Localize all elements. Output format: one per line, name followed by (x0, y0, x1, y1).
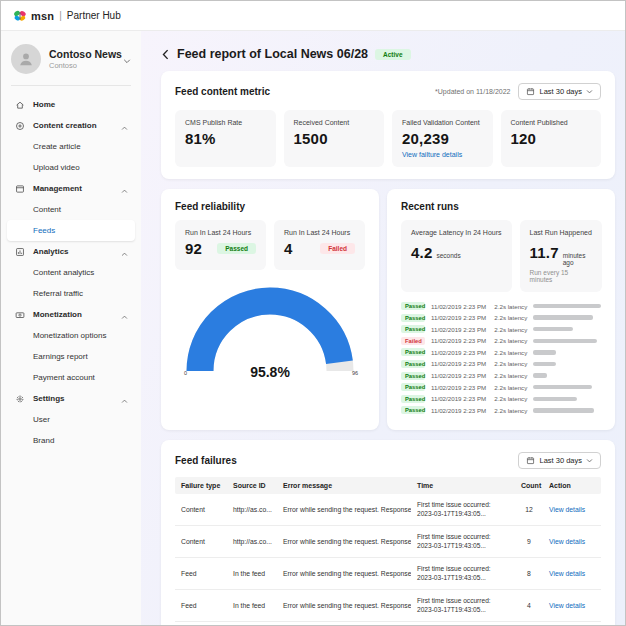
count-cell: 9 (515, 531, 543, 552)
reliability-tile-label: Run In Last 24 Hours (284, 229, 355, 236)
time-cell: First time issue occurred:2023-03-17T19:… (411, 526, 515, 557)
run-latency: 2.2s latency (494, 349, 527, 356)
error-message-cell: Error while sending the request. Respons… (277, 531, 411, 552)
view-details-link[interactable]: View details (543, 531, 601, 552)
run-timestamp: 11/02/2019 2:23 PM (431, 349, 486, 356)
view-details-link[interactable]: View details (543, 595, 601, 616)
metric-tile: CMS Publish Rate81% (175, 110, 276, 167)
back-button[interactable] (161, 49, 170, 60)
management-icon (14, 183, 25, 194)
sidebar-item-upload-video[interactable]: Upload video (7, 157, 135, 178)
account-name: Contoso News (49, 48, 115, 60)
feed-failures-title: Feed failures (175, 455, 237, 466)
count-cell: 8 (515, 563, 543, 584)
run-latency: 2.2s latency (494, 326, 527, 333)
run-status-badge: Failed (320, 243, 355, 254)
run-timestamp: 11/02/2019 2:23 PM (431, 384, 486, 391)
error-message-cell: Error while sending the request. Respons… (277, 499, 411, 520)
sidebar-item-label: Management (33, 184, 121, 193)
settings-icon (14, 393, 25, 404)
analytics-icon (14, 246, 25, 257)
top-bar: msn | Partner Hub (1, 1, 625, 31)
msn-butterfly-icon (13, 10, 27, 22)
column-header: Time (411, 477, 515, 494)
chevron-down-icon (123, 50, 131, 68)
view-failure-details-link[interactable]: View failture details (402, 151, 483, 158)
run-latency-bar (533, 373, 547, 378)
view-details-link[interactable]: View details (543, 499, 601, 520)
sidebar-item-management[interactable]: Management (7, 178, 135, 199)
run-latency-bar (533, 315, 593, 320)
sidebar-item-settings[interactable]: Settings (7, 388, 135, 409)
run-list-item: Passed11/02/2019 2:23 PM2.2s latency (401, 302, 601, 310)
recent-runs-tile: Last Run Happened11.7minutes agoRun ever… (520, 220, 602, 292)
home-icon (14, 99, 25, 110)
run-list-item: Passed11/02/2019 2:23 PM2.2s latency (401, 325, 601, 333)
run-list-item: Passed11/02/2019 2:23 PM2.2s latency (401, 314, 601, 322)
sidebar-item-payment-account[interactable]: Payment account (7, 367, 135, 388)
sidebar-item-analytics[interactable]: Analytics (7, 241, 135, 262)
sidebar-item-label: Earnings report (33, 352, 128, 361)
failures-date-range-dropdown[interactable]: Last 30 days (518, 452, 601, 469)
run-status-badge: Passed (401, 314, 425, 322)
reliability-gauge: 0 96 95.8% (185, 286, 355, 382)
time-cell: First time issue occurred:2023-03-17T19:… (411, 590, 515, 621)
failure-type-cell: Feed (175, 595, 227, 616)
chevron-down-icon (586, 89, 593, 94)
sidebar-item-create-article[interactable]: Create article (7, 136, 135, 157)
sidebar-item-label: Monetization options (33, 331, 128, 340)
sidebar-item-user[interactable]: User (7, 409, 135, 430)
chevron-up-icon (121, 390, 128, 408)
sidebar-item-referral-traffic[interactable]: Referral traffic (7, 283, 135, 304)
view-details-link[interactable]: View details (543, 563, 601, 584)
run-latency: 2.2s latency (494, 303, 527, 310)
chevron-up-icon (121, 306, 128, 324)
feed-reliability-title: Feed reliability (175, 201, 245, 212)
sidebar-item-monetization[interactable]: Monetization (7, 304, 135, 325)
main-content: Feed report of Local News 06/28 Active F… (141, 31, 625, 625)
sidebar-item-label: Referral traffic (33, 289, 128, 298)
account-switcher[interactable]: Contoso News Contoso (1, 31, 141, 85)
run-latency-bar-track (533, 385, 601, 390)
run-list-item: Passed11/02/2019 2:23 PM2.2s latency (401, 348, 601, 356)
sidebar-item-label: Content creation (33, 121, 121, 130)
run-latency-bar-track (533, 350, 601, 355)
run-list-item: Passed11/02/2019 2:23 PM2.2s latency (401, 360, 601, 368)
metric-tile-value: 1500 (294, 130, 375, 147)
sidebar-item-earnings-report[interactable]: Earnings report (7, 346, 135, 367)
feed-failures-table: Failure typeSource IDError messageTimeCo… (175, 477, 601, 625)
run-timestamp: 11/02/2019 2:23 PM (431, 395, 486, 402)
sidebar-item-home[interactable]: Home (7, 94, 135, 115)
run-latency-bar-track (533, 315, 601, 320)
recent-runs-tile-label: Average Latency In 24 Hours (411, 229, 502, 236)
sidebar-item-content-creation[interactable]: Content creation (7, 115, 135, 136)
chevron-down-icon (586, 458, 593, 463)
run-list-item: Passed11/02/2019 2:23 PM2.2s latency (401, 406, 601, 414)
metric-tile-label: Failed Validation Content (402, 119, 483, 126)
sidebar-item-label: User (33, 415, 128, 424)
sidebar-item-content[interactable]: Content (7, 199, 135, 220)
run-latency: 2.2s latency (494, 337, 527, 344)
time-cell: First time issue occurred:2023-03-17T19:… (411, 622, 515, 625)
feed-content-metric-card: Feed content metric *Updated on 11/18/20… (161, 71, 615, 179)
column-header: Source ID (227, 477, 277, 494)
page-header: Feed report of Local News 06/28 Active (161, 47, 615, 61)
recent-runs-title: Recent runs (401, 201, 459, 212)
calendar-icon (526, 456, 535, 465)
date-range-dropdown[interactable]: Last 30 days (518, 83, 601, 100)
sidebar-item-feeds[interactable]: Feeds (7, 220, 135, 241)
run-latency-bar (533, 362, 555, 367)
sidebar-item-content-analytics[interactable]: Content analytics (7, 262, 135, 283)
run-status-badge: Passed (401, 406, 425, 414)
column-header: Error message (277, 477, 411, 494)
table-row: FeedIn the feedError while sending the r… (175, 558, 601, 590)
run-latency-bar-track (533, 397, 601, 402)
sidebar-item-brand[interactable]: Brand (7, 430, 135, 451)
sidebar-item-monetization-options[interactable]: Monetization options (7, 325, 135, 346)
run-list-item: Passed11/02/2019 2:23 PM2.2s latency (401, 372, 601, 380)
monetization-icon (14, 309, 25, 320)
content-creation-icon (14, 120, 25, 131)
table-header-row: Failure typeSource IDError messageTimeCo… (175, 477, 601, 494)
sidebar-divider (11, 85, 131, 86)
feed-failures-card: Feed failures Last 30 days Failure typeS… (161, 440, 615, 625)
